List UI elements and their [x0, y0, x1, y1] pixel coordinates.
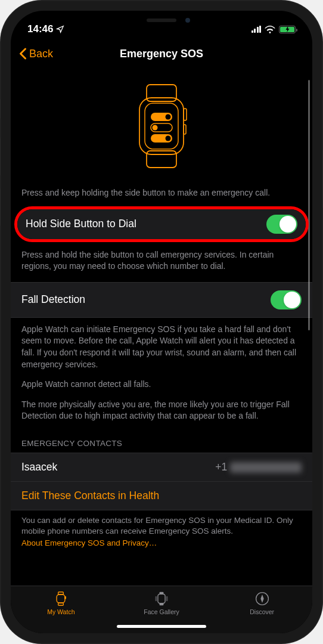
screen: 14:46 Back Emergency SOS [11, 11, 312, 633]
annotation-highlight: Hold Side Button to Dial [14, 206, 309, 242]
wifi-icon [265, 26, 275, 33]
tab-discover[interactable]: Discover [212, 591, 312, 615]
page-title: Emergency SOS [120, 48, 203, 60]
svg-point-7 [166, 114, 171, 120]
contact-phone: +1 [215, 461, 302, 473]
svg-point-11 [166, 136, 171, 141]
tab-discover-label: Discover [250, 608, 274, 615]
face-gallery-icon [154, 591, 169, 606]
tab-my-watch-label: My Watch [47, 608, 74, 615]
svg-rect-18 [158, 594, 165, 603]
hold-side-button-toggle[interactable] [266, 215, 297, 234]
svg-rect-5 [184, 125, 186, 134]
fall-detection-desc3: The more physically active you are, the … [11, 397, 312, 428]
nav-header: Back Emergency SOS [11, 39, 312, 68]
svg-rect-4 [184, 109, 187, 120]
location-icon [56, 25, 64, 33]
fall-detection-label: Fall Detection [21, 293, 85, 306]
phone-volume-down [0, 188, 1, 227]
svg-rect-19 [156, 596, 157, 602]
watch-icon [53, 591, 69, 606]
battery-icon [279, 26, 296, 33]
svg-rect-2 [139, 98, 184, 154]
hold-side-button-label: Hold Side Button to Dial [26, 218, 136, 230]
chevron-left-icon [19, 48, 27, 60]
back-button[interactable]: Back [19, 48, 53, 60]
tab-face-gallery[interactable]: Face Gallery [112, 591, 212, 615]
fall-detection-toggle[interactable] [271, 290, 302, 309]
phone-volume-up [0, 137, 1, 176]
compass-icon [254, 591, 270, 606]
hold-side-button-row[interactable]: Hold Side Button to Dial [17, 209, 306, 239]
svg-rect-20 [166, 596, 168, 602]
fall-detection-desc2: Apple Watch cannot detect all falls. [11, 376, 312, 397]
intro-description: Press and keep holding the side button t… [11, 181, 312, 205]
fall-detection-desc1: Apple Watch can initiate Emergency SOS i… [11, 318, 312, 376]
edit-contacts-row[interactable]: Edit These Contacts in Health [11, 481, 312, 510]
tab-my-watch[interactable]: My Watch [11, 591, 111, 615]
phone-frame: 14:46 Back Emergency SOS [0, 0, 323, 644]
cellular-signal-icon [251, 26, 262, 33]
apple-watch-icon [129, 83, 194, 169]
svg-rect-14 [57, 595, 65, 603]
scroll-indicator [308, 80, 310, 330]
svg-rect-0 [147, 85, 176, 101]
phone-silent-switch [0, 98, 1, 119]
back-label: Back [29, 48, 53, 60]
contact-row[interactable]: Isaacek +1 [11, 453, 312, 481]
edit-contacts-link: Edit These Contacts in Health [21, 490, 159, 501]
svg-point-9 [153, 125, 158, 131]
tab-face-gallery-label: Face Gallery [144, 608, 179, 615]
fall-detection-row[interactable]: Fall Detection [11, 282, 312, 318]
status-time: 14:46 [27, 23, 53, 35]
emergency-contacts-header: EMERGENCY CONTACTS [11, 428, 312, 453]
contacts-footer: You can add or delete contacts for Emerg… [11, 510, 312, 537]
redacted-phone [230, 462, 302, 473]
svg-rect-1 [147, 151, 176, 168]
contact-name: Isaacek [21, 461, 57, 473]
about-sos-privacy-link[interactable]: About Emergency SOS and Privacy… [11, 537, 312, 547]
notch [102, 11, 221, 30]
svg-rect-15 [65, 597, 66, 599]
hold-side-button-footer: Press and hold the side button to call e… [11, 243, 312, 278]
home-indicator[interactable] [117, 625, 206, 628]
tab-bar: My Watch Face Gallery Discover [11, 586, 312, 633]
content-scroll[interactable]: Press and keep holding the side button t… [11, 68, 312, 586]
watch-illustration [11, 68, 312, 181]
